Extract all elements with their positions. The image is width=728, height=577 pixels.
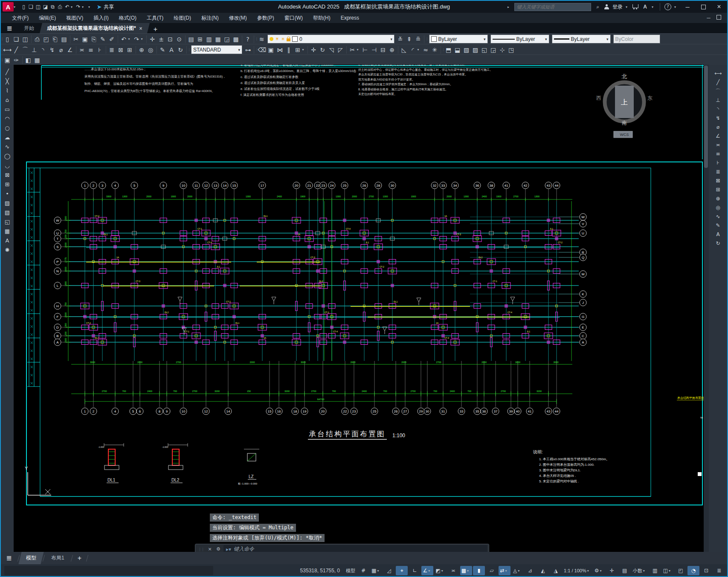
ellipse-icon[interactable]: ◯ xyxy=(2,152,12,161)
status-annotation-scale[interactable]: 1:1 / 100%▾ xyxy=(563,566,592,575)
redo-icon[interactable]: ↷ xyxy=(132,35,141,43)
new-tab-button[interactable]: + xyxy=(149,26,162,33)
dimension-space-icon[interactable]: ≣ xyxy=(107,46,116,54)
layer-color-swatch[interactable] xyxy=(292,36,298,42)
close-button[interactable]: × xyxy=(713,2,725,12)
status-units-icon[interactable]: ▤ xyxy=(619,566,631,575)
status-grid-display[interactable]: # xyxy=(357,566,369,575)
tolerance-icon[interactable]: ⊞ xyxy=(713,185,723,194)
move-icon[interactable]: ✛ xyxy=(309,46,318,54)
cut-icon[interactable]: ✂ xyxy=(72,35,81,43)
pan-icon[interactable]: ✛ xyxy=(148,35,157,43)
blend-icon[interactable]: ≈ xyxy=(421,46,430,54)
chamfer-icon[interactable]: ◺ xyxy=(400,46,409,54)
gradient-icon[interactable]: ▧ xyxy=(2,208,12,217)
zoom-window-icon[interactable]: ⊡ xyxy=(166,35,175,43)
dim-quick-icon[interactable]: ≍ xyxy=(713,141,723,149)
status-isometric-drafting[interactable]: ◩▾ xyxy=(434,566,446,575)
aligned-dimension-icon[interactable]: ╱ xyxy=(12,46,21,54)
status-snap-mode[interactable]: ▦▾ xyxy=(370,566,382,575)
dimension-break-icon[interactable]: ⊠ xyxy=(116,46,125,54)
status-annotation-visibility[interactable]: ◭ xyxy=(537,566,549,575)
point-style-icon[interactable]: ✺ xyxy=(2,245,12,254)
diameter-icon[interactable]: ⌀ xyxy=(57,46,66,54)
group-icon[interactable]: ▧ xyxy=(462,46,471,54)
block-editor-icon[interactable]: ✐ xyxy=(107,35,116,43)
status-quick-properties[interactable]: ▥ xyxy=(649,566,661,575)
status-object-snap-tracking[interactable]: ≍ xyxy=(447,566,459,575)
dim-jog-line-icon[interactable]: ∿ xyxy=(713,212,723,221)
break-icon[interactable]: ⊟ xyxy=(379,46,388,54)
make-layer-current-icon[interactable]: ≚ xyxy=(396,35,405,43)
status-annotation-monitor[interactable]: ✛ xyxy=(606,566,618,575)
status-object-snap[interactable]: ▩▾ xyxy=(460,566,472,575)
line-icon[interactable]: ╱ xyxy=(2,67,12,76)
maximize-button[interactable] xyxy=(697,2,710,12)
layer-properties-icon[interactable]: ≋ xyxy=(257,35,266,43)
status-clean-screen[interactable]: ⊡ xyxy=(700,566,712,575)
stretch-icon[interactable]: ◸ xyxy=(336,46,345,54)
dim-edit-icon[interactable]: ✎ xyxy=(158,46,167,54)
status-graphics-performance[interactable]: ◔ xyxy=(687,566,699,575)
layer-previous-icon[interactable]: ⇞ xyxy=(405,35,414,43)
dim-aligned-icon[interactable]: ╱ xyxy=(713,78,723,87)
measure-icon[interactable]: ⊹ xyxy=(498,46,507,54)
open-icon[interactable]: ❏ xyxy=(12,35,21,43)
save-icon[interactable]: ◫ xyxy=(21,35,30,43)
status-lock-ui[interactable]: ◫▾ xyxy=(662,566,674,575)
tab-document[interactable]: 成都某框架抗震墙果蔬市场结构设计图* × xyxy=(40,23,150,33)
store-cart-icon[interactable] xyxy=(632,4,638,8)
rectangle-icon[interactable]: ▭ xyxy=(2,105,12,114)
redo-icon-dropdown[interactable]: ▾ xyxy=(141,37,145,41)
menu-7[interactable]: 绘图(D) xyxy=(168,13,196,23)
dim-update-icon[interactable]: ↻ xyxy=(176,46,185,54)
spline-icon[interactable]: ∿ xyxy=(2,142,12,151)
publish-icon[interactable]: ⎗ xyxy=(51,35,60,43)
table-style-icon[interactable]: ▦ xyxy=(33,56,42,64)
hide-icon[interactable]: ◲ xyxy=(489,46,498,54)
plotstyle-combo[interactable]: ByColor xyxy=(613,35,660,43)
table-icon[interactable]: ▦ xyxy=(2,227,12,236)
menu-9[interactable]: 修改(M) xyxy=(224,13,252,23)
zoom-realtime-icon[interactable]: ± xyxy=(157,35,166,43)
quick-select-icon[interactable]: ▣ xyxy=(3,56,12,64)
array-icon[interactable]: ⊞ xyxy=(293,46,302,54)
dim-diameter-icon[interactable]: ⌀ xyxy=(713,123,723,131)
offset-icon[interactable]: ∥ xyxy=(284,46,293,54)
status-ortho-mode[interactable]: ∟ xyxy=(409,566,421,575)
status-object-isolate[interactable]: ◰ xyxy=(675,566,687,575)
center-mark-icon[interactable]: ⊕ xyxy=(137,46,146,54)
angular-icon[interactable]: ∠ xyxy=(66,46,75,54)
new-file-icon[interactable]: ▯ xyxy=(20,3,27,11)
zoom-previous-icon[interactable]: ⊙ xyxy=(175,35,184,43)
dim-style-icon[interactable]: ⊶ xyxy=(244,46,252,54)
dim-style-combo[interactable]: STANDARD▾ xyxy=(191,45,242,54)
open-from-mobile-icon[interactable]: ⧉ xyxy=(49,3,56,11)
quickcalc-icon[interactable]: ▩ xyxy=(232,35,241,43)
polyline-icon[interactable]: ⌇ xyxy=(2,86,12,95)
menu-4[interactable]: 插入(I) xyxy=(88,13,113,23)
draw-order-front-icon[interactable]: ⬒ xyxy=(444,46,453,54)
rotate-icon[interactable]: ↻ xyxy=(318,46,327,54)
plot-icon[interactable]: ⎙ xyxy=(56,3,64,11)
dim-radius-icon[interactable]: ◝ xyxy=(713,105,723,113)
layer-combo[interactable]: ☀☀0▾ xyxy=(267,35,394,43)
vertical-scrollbar[interactable] xyxy=(704,65,709,552)
tolerance-icon[interactable]: ⊞ xyxy=(125,46,134,54)
undo-icon[interactable]: ↶ xyxy=(64,3,71,11)
menu-2[interactable]: 编辑(E) xyxy=(34,13,61,23)
logo-dropdown-icon[interactable]: ▾ xyxy=(14,5,17,9)
doc-minimize-button[interactable]: ─ xyxy=(707,15,711,21)
search-icon[interactable]: ⌕ xyxy=(594,3,601,11)
circle-icon[interactable]: ○ xyxy=(2,124,12,133)
menu-6[interactable]: 工具(T) xyxy=(142,13,168,23)
help-dropdown-icon[interactable]: ▾ xyxy=(674,5,678,9)
dim-continue-icon[interactable]: ⊦ xyxy=(713,159,723,167)
status-auto-annotation-scale[interactable]: ◮ xyxy=(550,566,562,575)
region-icon[interactable]: ◱ xyxy=(2,217,12,226)
layer-unlock-icon[interactable] xyxy=(287,38,290,41)
menu-3[interactable]: 视图(V) xyxy=(61,13,88,23)
menu-13[interactable]: Express xyxy=(336,13,364,23)
paste-icon[interactable]: ⎘ xyxy=(90,35,99,43)
baseline-icon[interactable]: ≡ xyxy=(87,46,96,54)
